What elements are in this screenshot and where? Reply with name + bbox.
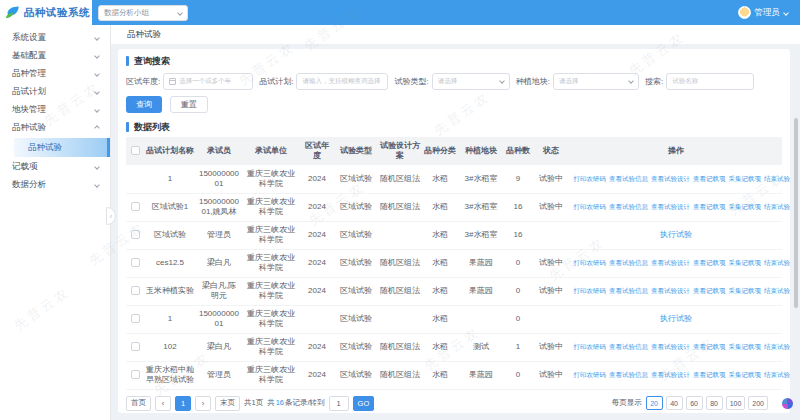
row-checkbox[interactable]	[131, 314, 140, 323]
sidebar-item-label: 品试计划	[12, 86, 46, 98]
print-code-link[interactable]: 打印农研码	[574, 259, 607, 266]
execute-trial-link[interactable]: 执行试验	[660, 230, 692, 239]
view-trial-design-link[interactable]: 查看试验设计	[651, 203, 690, 210]
view-trial-info-link[interactable]: 查看试验信息	[609, 287, 648, 294]
collect-record-items-link[interactable]: 采集记载项	[729, 175, 762, 182]
trial-year-input[interactable]: 选择一个或多个年	[163, 73, 253, 90]
query-button[interactable]: 查询	[126, 96, 162, 113]
view-record-items-link[interactable]: 查看记载项	[693, 371, 726, 378]
pagination-first-button[interactable]: 首页	[126, 396, 151, 411]
goto-page-input[interactable]: 1	[329, 396, 349, 411]
search-input[interactable]: 试验名称	[666, 73, 754, 90]
view-trial-design-link[interactable]: 查看试验设计	[651, 287, 690, 294]
go-button[interactable]: GO	[353, 396, 375, 411]
trial-plan-label: 品试计划:	[259, 76, 293, 87]
pagination-next-button[interactable]: ›	[195, 396, 211, 411]
view-record-items-link[interactable]: 查看记载项	[693, 259, 726, 266]
row-checkbox[interactable]	[131, 286, 140, 295]
cell-category: 水稻	[422, 165, 458, 193]
search-section-title-text: 查询搜索	[134, 55, 170, 68]
vertical-scrollbar[interactable]	[794, 0, 799, 420]
trial-plan-input[interactable]: 请输入，支持模糊查询选择	[296, 73, 388, 90]
row-checkbox[interactable]	[131, 370, 140, 379]
page-size-option-80[interactable]: 80	[706, 396, 723, 410]
view-record-items-link[interactable]: 查看记载项	[693, 287, 726, 294]
view-trial-info-link[interactable]: 查看试验信息	[609, 343, 648, 350]
collect-record-items-link[interactable]: 采集记载项	[729, 371, 762, 378]
print-code-link[interactable]: 打印农研码	[574, 175, 607, 182]
row-actions-cell: 打印农研码查看试验信息查看试验设计查看记载项采集记载项结束试验	[570, 249, 782, 277]
cell-name: 重庆水稻中籼早熟区域试验	[144, 361, 196, 389]
end-trial-link[interactable]: 结束试验	[764, 259, 790, 266]
page-size-label: 每页显示	[612, 398, 642, 408]
row-checkbox[interactable]	[131, 230, 140, 239]
page-size-option-60[interactable]: 60	[686, 396, 703, 410]
end-trial-link[interactable]: 结束试验	[764, 343, 790, 350]
end-trial-link[interactable]: 结束试验	[764, 203, 790, 210]
collect-record-items-link[interactable]: 采集记载项	[729, 203, 762, 210]
app-title: 品种试验系统	[24, 6, 90, 20]
sidebar-item-variety-trial[interactable]: 品种试验	[0, 119, 110, 137]
page-size-option-20[interactable]: 20	[646, 396, 663, 410]
pinwheel-widget-icon[interactable]	[782, 398, 793, 409]
collect-record-items-link[interactable]: 采集记载项	[729, 287, 762, 294]
sidebar-item-variety-management[interactable]: 品种管理	[0, 65, 110, 83]
view-trial-design-link[interactable]: 查看试验设计	[651, 175, 690, 182]
view-record-items-link[interactable]: 查看记载项	[693, 343, 726, 350]
team-selector-dropdown[interactable]: 数据分析小组	[98, 5, 188, 21]
print-code-link[interactable]: 打印农研码	[574, 343, 607, 350]
pagination-last-button[interactable]: 末页	[215, 396, 240, 411]
row-checkbox-cell	[126, 165, 144, 193]
cell-count: 0	[504, 277, 532, 305]
cell-unit: 重庆三峡农业科学院	[242, 333, 300, 361]
select-all-checkbox[interactable]	[131, 146, 140, 155]
print-code-link[interactable]: 打印农研码	[574, 287, 607, 294]
sidebar-item-system-settings[interactable]: 系统设置	[0, 29, 110, 47]
reset-button[interactable]: 重置	[170, 96, 208, 113]
cell-type: 区域试验	[334, 361, 378, 389]
page-size-option-40[interactable]: 40	[666, 396, 683, 410]
page-size-option-100[interactable]: 100	[726, 396, 746, 410]
row-checkbox[interactable]	[131, 202, 140, 211]
user-menu[interactable]: 管理员	[738, 6, 789, 19]
end-trial-link[interactable]: 结束试验	[764, 287, 790, 294]
page-size-option-200[interactable]: 200	[748, 396, 768, 410]
pagination-page-1[interactable]: 1	[175, 396, 191, 411]
view-trial-design-link[interactable]: 查看试验设计	[651, 371, 690, 378]
print-code-link[interactable]: 打印农研码	[574, 203, 607, 210]
trial-type-select[interactable]: 请选择	[432, 73, 510, 90]
view-record-items-link[interactable]: 查看记载项	[693, 175, 726, 182]
view-trial-info-link[interactable]: 查看试验信息	[609, 203, 648, 210]
pagination-prev-button[interactable]: ‹	[155, 396, 171, 411]
cell-count: 9	[504, 165, 532, 193]
planting-plot-select[interactable]: 请选择	[553, 73, 639, 90]
view-record-items-link[interactable]: 查看记载项	[693, 203, 726, 210]
sidebar-item-plot-management[interactable]: 地块管理	[0, 101, 110, 119]
view-trial-info-link[interactable]: 查看试验信息	[609, 371, 648, 378]
end-trial-link[interactable]: 结束试验	[764, 175, 790, 182]
sidebar-item-data-analysis[interactable]: 数据分析	[0, 176, 110, 194]
cell-design: 随机区组法	[378, 193, 422, 221]
sidebar-item-basic-config[interactable]: 基础配置	[0, 47, 110, 65]
row-checkbox[interactable]	[131, 342, 140, 351]
top-header: 品种试验系统 数据分析小组 管理员	[0, 0, 800, 25]
column-header: 操作	[570, 137, 782, 165]
sidebar-item-record-items[interactable]: 记载项	[0, 158, 110, 176]
view-trial-design-link[interactable]: 查看试验设计	[651, 343, 690, 350]
sidebar-item-trial-plan[interactable]: 品试计划	[0, 83, 110, 101]
cell-tester: 梁白凡	[196, 333, 242, 361]
view-trial-info-link[interactable]: 查看试验信息	[609, 259, 648, 266]
view-trial-info-link[interactable]: 查看试验信息	[609, 175, 648, 182]
collect-record-items-link[interactable]: 采集记载项	[729, 259, 762, 266]
collect-record-items-link[interactable]: 采集记载项	[729, 343, 762, 350]
view-trial-design-link[interactable]: 查看试验设计	[651, 259, 690, 266]
print-code-link[interactable]: 打印农研码	[574, 371, 607, 378]
sidebar-subitem-variety-trial-sub[interactable]: 品种试验	[14, 138, 110, 157]
row-checkbox[interactable]	[131, 258, 140, 267]
row-checkbox-cell	[126, 305, 144, 333]
end-trial-link[interactable]: 结束试验	[764, 371, 790, 378]
execute-trial-link[interactable]: 执行试验	[660, 314, 692, 323]
scrollbar-thumb[interactable]	[794, 118, 798, 308]
planting-plot-label: 种植地块:	[516, 76, 550, 87]
column-header: 状态	[532, 137, 570, 165]
